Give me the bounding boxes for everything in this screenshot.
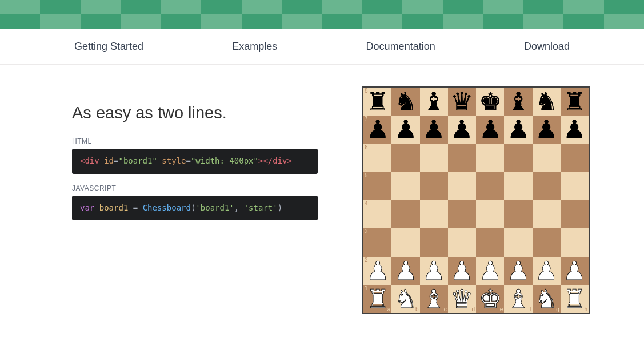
- square-d1[interactable]: d♛: [448, 285, 476, 313]
- square-a6[interactable]: 6: [363, 144, 391, 172]
- square-d3[interactable]: [448, 228, 476, 256]
- square-c8[interactable]: ♝: [420, 88, 448, 116]
- square-e6[interactable]: [476, 144, 504, 172]
- square-e4[interactable]: [476, 200, 504, 228]
- square-c6[interactable]: [420, 144, 448, 172]
- square-f8[interactable]: ♝: [504, 88, 532, 116]
- square-h8[interactable]: ♜: [561, 88, 589, 116]
- piece-wp[interactable]: ♟: [507, 258, 530, 284]
- piece-wp[interactable]: ♟: [535, 258, 558, 284]
- piece-wp[interactable]: ♟: [394, 258, 417, 284]
- piece-bp[interactable]: ♟: [507, 117, 530, 142]
- square-b2[interactable]: ♟: [391, 257, 419, 285]
- nav-link-download[interactable]: Download: [524, 41, 570, 53]
- piece-br[interactable]: ♜: [563, 89, 586, 114]
- square-b7[interactable]: ♟: [391, 116, 419, 144]
- square-d6[interactable]: [448, 144, 476, 172]
- square-e3[interactable]: [476, 228, 504, 256]
- piece-wn[interactable]: ♞: [394, 286, 417, 312]
- square-f5[interactable]: [504, 172, 532, 200]
- square-f6[interactable]: [504, 144, 532, 172]
- square-a5[interactable]: 5: [363, 172, 391, 200]
- square-b6[interactable]: [391, 144, 419, 172]
- piece-bn[interactable]: ♞: [535, 89, 558, 114]
- square-f4[interactable]: [504, 200, 532, 228]
- square-b3[interactable]: [391, 228, 419, 256]
- piece-bp[interactable]: ♟: [450, 117, 473, 142]
- square-d2[interactable]: ♟: [448, 257, 476, 285]
- square-g8[interactable]: ♞: [533, 88, 561, 116]
- square-g4[interactable]: [533, 200, 561, 228]
- square-a8[interactable]: 8♜: [363, 88, 391, 116]
- nav-link-examples[interactable]: Examples: [232, 41, 277, 53]
- square-f1[interactable]: f♝: [504, 285, 532, 313]
- square-f7[interactable]: ♟: [504, 116, 532, 144]
- square-c3[interactable]: [420, 228, 448, 256]
- square-a3[interactable]: 3: [363, 228, 391, 256]
- square-a4[interactable]: 4: [363, 200, 391, 228]
- piece-bp[interactable]: ♟: [535, 117, 558, 142]
- piece-br[interactable]: ♜: [366, 89, 389, 114]
- square-a2[interactable]: 2♟: [363, 257, 391, 285]
- piece-bb[interactable]: ♝: [507, 89, 530, 114]
- square-h6[interactable]: [561, 144, 589, 172]
- square-a7[interactable]: 7♟: [363, 116, 391, 144]
- piece-bq[interactable]: ♛: [450, 89, 473, 114]
- piece-bp[interactable]: ♟: [479, 117, 502, 142]
- square-h3[interactable]: [561, 228, 589, 256]
- square-d7[interactable]: ♟: [448, 116, 476, 144]
- square-e1[interactable]: e♚: [476, 285, 504, 313]
- piece-wp[interactable]: ♟: [450, 258, 473, 284]
- square-c7[interactable]: ♟: [420, 116, 448, 144]
- square-h7[interactable]: ♟: [561, 116, 589, 144]
- piece-bk[interactable]: ♚: [479, 89, 502, 114]
- square-c1[interactable]: c♝: [420, 285, 448, 313]
- square-e8[interactable]: ♚: [476, 88, 504, 116]
- square-b8[interactable]: ♞: [391, 88, 419, 116]
- square-a1[interactable]: 1a♜: [363, 285, 391, 313]
- piece-wp[interactable]: ♟: [563, 258, 586, 284]
- piece-wr[interactable]: ♜: [563, 286, 586, 312]
- piece-wr[interactable]: ♜: [366, 286, 389, 312]
- piece-wb[interactable]: ♝: [422, 286, 445, 312]
- square-g3[interactable]: [533, 228, 561, 256]
- square-d4[interactable]: [448, 200, 476, 228]
- piece-bp[interactable]: ♟: [394, 117, 417, 142]
- square-e5[interactable]: [476, 172, 504, 200]
- piece-wb[interactable]: ♝: [507, 286, 530, 312]
- square-c5[interactable]: [420, 172, 448, 200]
- square-e2[interactable]: ♟: [476, 257, 504, 285]
- square-e7[interactable]: ♟: [476, 116, 504, 144]
- square-b4[interactable]: [391, 200, 419, 228]
- piece-wp[interactable]: ♟: [366, 258, 389, 284]
- square-h4[interactable]: [561, 200, 589, 228]
- square-f2[interactable]: ♟: [504, 257, 532, 285]
- nav-link-documentation[interactable]: Documentation: [366, 41, 435, 53]
- square-h5[interactable]: [561, 172, 589, 200]
- square-c2[interactable]: ♟: [420, 257, 448, 285]
- piece-wp[interactable]: ♟: [422, 258, 445, 284]
- piece-bb[interactable]: ♝: [422, 89, 445, 114]
- square-g1[interactable]: g♞: [533, 285, 561, 313]
- square-b1[interactable]: b♞: [391, 285, 419, 313]
- square-g6[interactable]: [533, 144, 561, 172]
- piece-bn[interactable]: ♞: [394, 89, 417, 114]
- piece-wn[interactable]: ♞: [535, 286, 558, 312]
- square-d8[interactable]: ♛: [448, 88, 476, 116]
- nav-link-getting-started[interactable]: Getting Started: [74, 41, 143, 53]
- piece-bp[interactable]: ♟: [422, 117, 445, 142]
- piece-wq[interactable]: ♛: [450, 286, 473, 312]
- piece-wk[interactable]: ♚: [479, 286, 502, 312]
- piece-bp[interactable]: ♟: [366, 117, 389, 142]
- square-d5[interactable]: [448, 172, 476, 200]
- piece-wp[interactable]: ♟: [479, 258, 502, 284]
- square-h2[interactable]: ♟: [561, 257, 589, 285]
- square-b5[interactable]: [391, 172, 419, 200]
- chessboard[interactable]: 8♜♞♝♛♚♝♞♜7♟♟♟♟♟♟♟♟65432♟♟♟♟♟♟♟♟1a♜b♞c♝d♛…: [362, 86, 590, 314]
- square-f3[interactable]: [504, 228, 532, 256]
- square-g7[interactable]: ♟: [533, 116, 561, 144]
- square-c4[interactable]: [420, 200, 448, 228]
- square-h1[interactable]: h♜: [561, 285, 589, 313]
- piece-bp[interactable]: ♟: [563, 117, 586, 142]
- square-g2[interactable]: ♟: [533, 257, 561, 285]
